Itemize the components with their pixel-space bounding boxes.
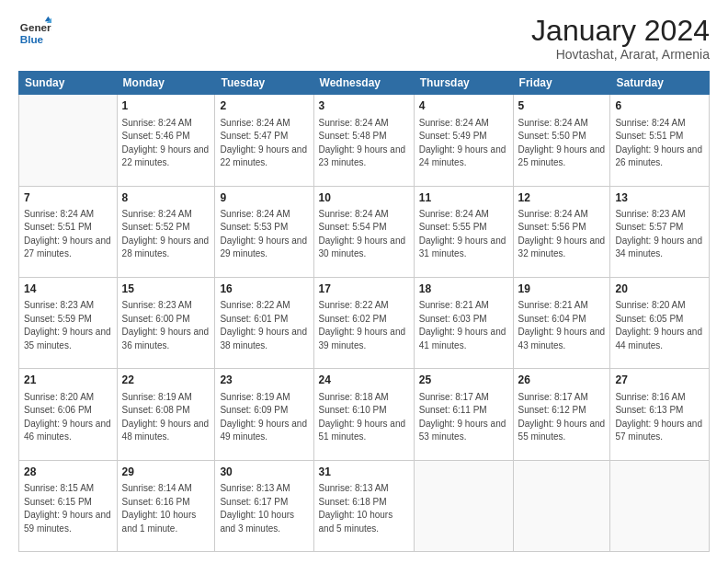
- day-number: 9: [220, 190, 308, 206]
- logo: General Blue: [18, 15, 51, 48]
- day-number: 6: [615, 98, 704, 114]
- table-row: 6Sunrise: 8:24 AMSunset: 5:51 PMDaylight…: [610, 95, 710, 186]
- day-number: 31: [319, 465, 409, 480]
- day-number: 14: [24, 282, 112, 297]
- cell-info: Sunrise: 8:24 AMSunset: 5:50 PMDaylight:…: [518, 118, 606, 168]
- cell-info: Sunrise: 8:17 AMSunset: 6:12 PMDaylight:…: [518, 392, 606, 442]
- col-tuesday: Tuesday: [215, 72, 313, 95]
- cell-info: Sunrise: 8:24 AMSunset: 5:46 PMDaylight:…: [122, 118, 210, 168]
- cell-info: Sunrise: 8:24 AMSunset: 5:49 PMDaylight:…: [419, 118, 506, 168]
- cell-info: Sunrise: 8:15 AMSunset: 6:15 PMDaylight:…: [24, 483, 111, 534]
- day-number: 21: [24, 373, 112, 388]
- table-row: 16Sunrise: 8:22 AMSunset: 6:01 PMDayligh…: [215, 277, 313, 368]
- calendar-week-3: 14Sunrise: 8:23 AMSunset: 5:59 PMDayligh…: [19, 277, 710, 368]
- day-number: 24: [319, 373, 409, 388]
- table-row: 15Sunrise: 8:23 AMSunset: 6:00 PMDayligh…: [117, 277, 215, 368]
- day-number: 11: [419, 190, 508, 206]
- col-saturday: Saturday: [610, 72, 710, 95]
- table-row: 9Sunrise: 8:24 AMSunset: 5:53 PMDaylight…: [215, 186, 313, 277]
- cell-info: Sunrise: 8:14 AMSunset: 6:16 PMDaylight:…: [122, 483, 197, 534]
- table-row: 5Sunrise: 8:24 AMSunset: 5:50 PMDaylight…: [513, 95, 610, 186]
- col-wednesday: Wednesday: [313, 72, 414, 95]
- cell-info: Sunrise: 8:20 AMSunset: 6:05 PMDaylight:…: [615, 300, 702, 350]
- cell-info: Sunrise: 8:13 AMSunset: 6:18 PMDaylight:…: [319, 483, 393, 534]
- cell-info: Sunrise: 8:20 AMSunset: 6:06 PMDaylight:…: [24, 392, 111, 442]
- table-row: 1Sunrise: 8:24 AMSunset: 5:46 PMDaylight…: [117, 95, 215, 186]
- day-number: 17: [319, 282, 409, 297]
- table-row: 2Sunrise: 8:24 AMSunset: 5:47 PMDaylight…: [215, 95, 313, 186]
- table-row: [610, 460, 710, 551]
- day-number: 18: [419, 282, 508, 297]
- cell-info: Sunrise: 8:21 AMSunset: 6:04 PMDaylight:…: [518, 300, 606, 350]
- table-row: 30Sunrise: 8:13 AMSunset: 6:17 PMDayligh…: [215, 460, 313, 551]
- table-row: 20Sunrise: 8:20 AMSunset: 6:05 PMDayligh…: [610, 277, 710, 368]
- table-row: 10Sunrise: 8:24 AMSunset: 5:54 PMDayligh…: [313, 186, 414, 277]
- table-row: 14Sunrise: 8:23 AMSunset: 5:59 PMDayligh…: [19, 277, 118, 368]
- table-row: 21Sunrise: 8:20 AMSunset: 6:06 PMDayligh…: [19, 369, 118, 460]
- cell-info: Sunrise: 8:19 AMSunset: 6:08 PMDaylight:…: [122, 392, 210, 442]
- logo-icon: General Blue: [18, 15, 51, 48]
- cell-info: Sunrise: 8:18 AMSunset: 6:10 PMDaylight:…: [319, 392, 406, 442]
- title-block: January 2024 Hovtashat, Ararat, Armenia: [531, 15, 710, 62]
- table-row: 11Sunrise: 8:24 AMSunset: 5:55 PMDayligh…: [414, 186, 513, 277]
- cell-info: Sunrise: 8:24 AMSunset: 5:56 PMDaylight:…: [518, 209, 606, 259]
- table-row: [414, 460, 513, 551]
- cell-info: Sunrise: 8:16 AMSunset: 6:13 PMDaylight:…: [615, 392, 702, 442]
- day-number: 5: [518, 98, 606, 114]
- table-row: 31Sunrise: 8:13 AMSunset: 6:18 PMDayligh…: [313, 460, 414, 551]
- table-row: 19Sunrise: 8:21 AMSunset: 6:04 PMDayligh…: [513, 277, 610, 368]
- calendar-week-4: 21Sunrise: 8:20 AMSunset: 6:06 PMDayligh…: [19, 369, 710, 460]
- table-row: 13Sunrise: 8:23 AMSunset: 5:57 PMDayligh…: [610, 186, 710, 277]
- cell-info: Sunrise: 8:24 AMSunset: 5:47 PMDaylight:…: [220, 118, 307, 168]
- header-row: Sunday Monday Tuesday Wednesday Thursday…: [19, 72, 710, 95]
- cell-info: Sunrise: 8:23 AMSunset: 5:57 PMDaylight:…: [615, 209, 702, 259]
- cell-info: Sunrise: 8:24 AMSunset: 5:51 PMDaylight:…: [24, 209, 111, 259]
- day-number: 26: [518, 373, 606, 388]
- cell-info: Sunrise: 8:24 AMSunset: 5:51 PMDaylight:…: [615, 118, 702, 168]
- cell-info: Sunrise: 8:19 AMSunset: 6:09 PMDaylight:…: [220, 392, 307, 442]
- cell-info: Sunrise: 8:21 AMSunset: 6:03 PMDaylight:…: [419, 300, 506, 350]
- table-row: 24Sunrise: 8:18 AMSunset: 6:10 PMDayligh…: [313, 369, 414, 460]
- day-number: 7: [24, 190, 112, 206]
- cell-info: Sunrise: 8:24 AMSunset: 5:53 PMDaylight:…: [220, 209, 307, 259]
- day-number: 2: [220, 98, 308, 114]
- day-number: 8: [122, 190, 210, 206]
- day-number: 27: [615, 373, 704, 388]
- cell-info: Sunrise: 8:24 AMSunset: 5:48 PMDaylight:…: [319, 118, 406, 168]
- table-row: 18Sunrise: 8:21 AMSunset: 6:03 PMDayligh…: [414, 277, 513, 368]
- table-row: 23Sunrise: 8:19 AMSunset: 6:09 PMDayligh…: [215, 369, 313, 460]
- month-title: January 2024: [531, 15, 710, 47]
- table-row: 28Sunrise: 8:15 AMSunset: 6:15 PMDayligh…: [19, 460, 118, 551]
- table-row: 4Sunrise: 8:24 AMSunset: 5:49 PMDaylight…: [414, 95, 513, 186]
- header: General Blue January 2024 Hovtashat, Ara…: [18, 15, 710, 62]
- day-number: 1: [122, 98, 210, 114]
- table-row: 12Sunrise: 8:24 AMSunset: 5:56 PMDayligh…: [513, 186, 610, 277]
- cell-info: Sunrise: 8:24 AMSunset: 5:52 PMDaylight:…: [122, 209, 210, 259]
- cell-info: Sunrise: 8:22 AMSunset: 6:02 PMDaylight:…: [319, 300, 406, 350]
- page: General Blue January 2024 Hovtashat, Ara…: [0, 0, 728, 563]
- location: Hovtashat, Ararat, Armenia: [531, 47, 710, 62]
- col-thursday: Thursday: [414, 72, 513, 95]
- table-row: 7Sunrise: 8:24 AMSunset: 5:51 PMDaylight…: [19, 186, 118, 277]
- day-number: 28: [24, 465, 112, 480]
- day-number: 15: [122, 282, 210, 297]
- table-row: 22Sunrise: 8:19 AMSunset: 6:08 PMDayligh…: [117, 369, 215, 460]
- table-row: 26Sunrise: 8:17 AMSunset: 6:12 PMDayligh…: [513, 369, 610, 460]
- day-number: 16: [220, 282, 308, 297]
- day-number: 3: [319, 98, 409, 114]
- cell-info: Sunrise: 8:23 AMSunset: 6:00 PMDaylight:…: [122, 300, 210, 350]
- col-friday: Friday: [513, 72, 610, 95]
- cell-info: Sunrise: 8:23 AMSunset: 5:59 PMDaylight:…: [24, 300, 111, 350]
- day-number: 20: [615, 282, 704, 297]
- day-number: 22: [122, 373, 210, 388]
- table-row: 25Sunrise: 8:17 AMSunset: 6:11 PMDayligh…: [414, 369, 513, 460]
- day-number: 10: [319, 190, 409, 206]
- day-number: 30: [220, 465, 308, 480]
- day-number: 4: [419, 98, 508, 114]
- day-number: 13: [615, 190, 704, 206]
- col-sunday: Sunday: [19, 72, 118, 95]
- table-row: [513, 460, 610, 551]
- calendar-week-5: 28Sunrise: 8:15 AMSunset: 6:15 PMDayligh…: [19, 460, 710, 551]
- table-row: 27Sunrise: 8:16 AMSunset: 6:13 PMDayligh…: [610, 369, 710, 460]
- day-number: 25: [419, 373, 508, 388]
